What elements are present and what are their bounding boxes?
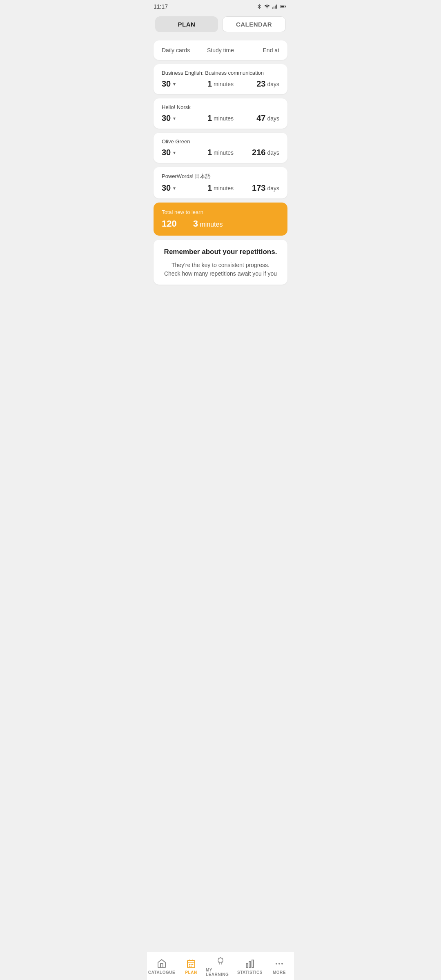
study-time-col-0: 1 minutes bbox=[201, 79, 240, 89]
end-at-unit-3: days bbox=[267, 185, 279, 192]
total-time: 3 bbox=[193, 218, 198, 229]
total-stats: 120 3 minutes bbox=[162, 218, 279, 229]
daily-cards-value-2: 30 bbox=[162, 148, 171, 157]
daily-cards-value-3: 30 bbox=[162, 183, 171, 193]
study-time-value-3: 1 bbox=[207, 183, 212, 193]
study-time-unit-1: minutes bbox=[214, 115, 234, 122]
svg-rect-0 bbox=[272, 7, 273, 9]
wifi-icon bbox=[264, 4, 270, 9]
study-time-unit-2: minutes bbox=[214, 149, 234, 156]
study-time-value-2: 1 bbox=[207, 148, 212, 157]
svg-rect-5 bbox=[281, 6, 284, 8]
main-content: Daily cards Study time End at Business E… bbox=[147, 37, 294, 288]
study-time-col-3: 1 minutes bbox=[201, 183, 240, 193]
chevron-icon-0[interactable]: ▾ bbox=[173, 81, 176, 87]
end-at-value-2: 216 bbox=[252, 148, 265, 157]
daily-cards-col-0: 30 ▾ bbox=[162, 79, 201, 89]
signal-icon bbox=[272, 4, 278, 9]
daily-cards-col-3: 30 ▾ bbox=[162, 183, 201, 193]
course-stats-0: 30 ▾ 1 minutes 23 days bbox=[162, 79, 279, 89]
status-bar: 11:17 bbox=[147, 0, 294, 11]
status-time: 11:17 bbox=[154, 3, 168, 10]
end-at-col-2: 216 days bbox=[240, 148, 279, 157]
course-name-0: Business English: Business communication bbox=[162, 70, 279, 76]
total-cards: 120 bbox=[162, 218, 177, 229]
status-icons bbox=[256, 4, 287, 9]
end-at-value-1: 47 bbox=[256, 114, 265, 123]
end-at-col-0: 23 days bbox=[240, 79, 279, 89]
end-at-col-1: 47 days bbox=[240, 114, 279, 123]
study-time-unit-0: minutes bbox=[214, 81, 234, 87]
chevron-icon-2[interactable]: ▾ bbox=[173, 150, 176, 156]
header-daily-cards: Daily cards bbox=[162, 47, 201, 53]
course-stats-1: 30 ▾ 1 minutes 47 days bbox=[162, 114, 279, 123]
header-end-at: End at bbox=[240, 47, 279, 53]
total-time-unit: minutes bbox=[200, 221, 223, 228]
study-time-value-0: 1 bbox=[207, 79, 212, 89]
svg-rect-1 bbox=[274, 7, 274, 9]
end-at-unit-2: days bbox=[267, 149, 279, 156]
chevron-icon-3[interactable]: ▾ bbox=[173, 185, 176, 191]
daily-cards-value-1: 30 bbox=[162, 114, 171, 123]
course-card-2[interactable]: Olive Green 30 ▾ 1 minutes 216 days bbox=[154, 133, 287, 163]
bluetooth-icon bbox=[256, 4, 262, 9]
course-card-1[interactable]: Hello! Norsk 30 ▾ 1 minutes 47 days bbox=[154, 98, 287, 129]
svg-rect-3 bbox=[276, 4, 277, 9]
repetitions-title: Remember about your repetitions. bbox=[162, 248, 279, 256]
course-name-1: Hello! Norsk bbox=[162, 104, 279, 110]
study-time-value-1: 1 bbox=[207, 114, 212, 123]
table-header: Daily cards Study time End at bbox=[154, 40, 287, 60]
repetitions-card: Remember about your repetitions. They're… bbox=[154, 240, 287, 285]
repetitions-text2: Check how many repetitions await you if … bbox=[162, 270, 279, 278]
daily-cards-value-0: 30 bbox=[162, 79, 171, 89]
course-card-3[interactable]: PowerWords! 日本語 30 ▾ 1 minutes 173 days bbox=[154, 167, 287, 198]
repetitions-text1: They're the key to consistent progress. bbox=[162, 261, 279, 270]
tab-calendar[interactable]: CALENDAR bbox=[222, 16, 286, 32]
svg-rect-6 bbox=[285, 6, 286, 7]
tabs-container: PLAN CALENDAR bbox=[147, 11, 294, 37]
chevron-icon-1[interactable]: ▾ bbox=[173, 116, 176, 121]
daily-cards-col-1: 30 ▾ bbox=[162, 114, 201, 123]
svg-rect-2 bbox=[275, 6, 276, 9]
study-time-col-2: 1 minutes bbox=[201, 148, 240, 157]
study-time-col-1: 1 minutes bbox=[201, 114, 240, 123]
course-card-0[interactable]: Business English: Business communication… bbox=[154, 64, 287, 94]
total-label: Total new to learn bbox=[162, 209, 279, 215]
total-card: Total new to learn 120 3 minutes bbox=[154, 203, 287, 236]
header-study-time: Study time bbox=[201, 47, 240, 53]
tab-plan[interactable]: PLAN bbox=[155, 16, 218, 32]
study-time-unit-3: minutes bbox=[214, 185, 234, 192]
course-stats-3: 30 ▾ 1 minutes 173 days bbox=[162, 183, 279, 193]
daily-cards-col-2: 30 ▾ bbox=[162, 148, 201, 157]
course-stats-2: 30 ▾ 1 minutes 216 days bbox=[162, 148, 279, 157]
end-at-value-0: 23 bbox=[256, 79, 265, 89]
end-at-value-3: 173 bbox=[252, 183, 265, 193]
course-name-2: Olive Green bbox=[162, 138, 279, 145]
battery-icon bbox=[279, 4, 287, 9]
course-name-3: PowerWords! 日本語 bbox=[162, 173, 279, 180]
end-at-unit-0: days bbox=[267, 81, 279, 87]
end-at-unit-1: days bbox=[267, 115, 279, 122]
end-at-col-3: 173 days bbox=[240, 183, 279, 193]
